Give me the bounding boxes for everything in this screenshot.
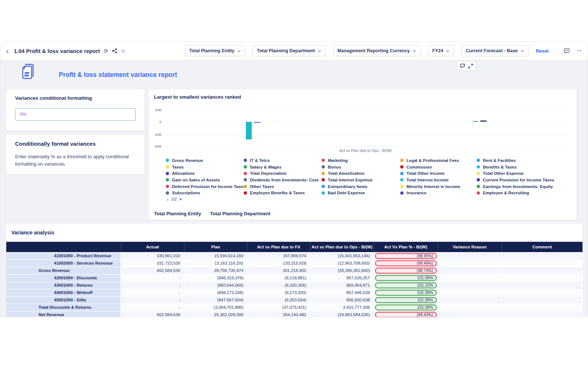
chevron-down-icon [446, 48, 449, 53]
legend-item[interactable]: Current Provision for Income Taxes [477, 177, 569, 183]
expand-icon[interactable] [468, 64, 473, 68]
variance-reason-cell[interactable] [438, 296, 502, 304]
variance-reason-cell[interactable] [438, 267, 502, 274]
legend-item[interactable]: Rent & Facilities [477, 157, 569, 164]
legend-item[interactable]: Marketing [322, 157, 400, 164]
legend-item[interactable]: Total Other Expense [477, 170, 569, 177]
table-row: Gross Revenue662,584,53628,756,730,47430… [6, 267, 582, 274]
add-comment-icon[interactable] [460, 63, 466, 68]
favorite-star-icon[interactable]: ☆ [121, 48, 126, 54]
chart-bar[interactable] [246, 122, 252, 139]
legend-label: Subscriptions [172, 191, 200, 195]
column-header [6, 242, 121, 252]
legend-item[interactable]: Total Interest Expense [322, 177, 400, 183]
legend-item[interactable]: Bonus [322, 164, 400, 170]
legend-item[interactable]: Total Other Income [400, 170, 477, 177]
legend-item[interactable]: Benefits & Taxes [477, 164, 569, 170]
legend-item[interactable]: Allocations [166, 170, 244, 177]
fx-variance-value: (9,218,881) [247, 274, 310, 282]
legend-item[interactable]: Deferred Provision for Income Taxes [166, 183, 244, 190]
back-chevron-icon[interactable]: ‹ [6, 47, 9, 54]
comment-cell[interactable] [502, 296, 582, 304]
ops-variance-value: (15,431,653,146) [310, 252, 374, 259]
comment-cell[interactable] [502, 259, 582, 267]
legend-page-up-icon[interactable]: ▲ [166, 197, 169, 201]
table-row: 43001000 - Returns-(850,644,565)(9,320,3… [6, 282, 582, 289]
comment-cell[interactable] [502, 267, 582, 274]
legend-item[interactable]: Legal & Professional Fees [400, 157, 477, 164]
legend-item[interactable]: Gross Revenue [166, 157, 244, 164]
refresh-icon[interactable]: ⟳ [104, 48, 108, 54]
filter-dropdown-total-planning-entity[interactable]: Total Planning Entity [185, 45, 245, 56]
filter-label: Current Forecast - Base [466, 48, 518, 53]
chart-bar[interactable] [473, 121, 478, 122]
column-header: Actual [121, 242, 184, 252]
legend-item[interactable]: Minority Interest in Income [400, 183, 477, 190]
legend-item[interactable]: IT & Telco [244, 157, 322, 164]
legend-item[interactable]: Taxes [166, 164, 244, 170]
legend-item[interactable]: Bad Debt Expense [322, 190, 400, 196]
legend-item[interactable]: Other Taxes [244, 183, 322, 190]
materiality-threshold-input[interactable] [15, 108, 136, 121]
share-icon[interactable] [112, 48, 117, 53]
row-label: 43001000 - Returns [6, 282, 121, 289]
legend-item[interactable]: Total Amortization [322, 170, 400, 177]
legend-item[interactable]: Total Depreciation [244, 170, 322, 177]
report-title: Profit & loss statement variance report [59, 71, 177, 79]
legend-item[interactable]: Gain on Sales of Assets [166, 177, 244, 183]
filter-dropdown-current-forecast-base[interactable]: Current Forecast - Base [461, 45, 528, 56]
y-tick-label: -20B [149, 132, 161, 137]
variance-reason-cell[interactable] [438, 282, 502, 289]
legend-page-down-icon[interactable]: ▼ [179, 197, 182, 201]
legend-dot-icon [322, 159, 325, 162]
variance-reason-cell[interactable] [438, 304, 502, 311]
pct-variance-cell: (98.49%) [374, 259, 438, 267]
chevron-down-icon [413, 48, 416, 53]
legend-item[interactable]: Salary & Wages [244, 164, 322, 170]
table-row: 44001000 - Writeoff-(848,173,338)(9,273,… [6, 289, 582, 296]
filter-dropdown-management-reporting-currency[interactable]: Management Reporting Currency [333, 45, 420, 56]
legend-label: Gross Revenue [172, 158, 203, 163]
comments-icon[interactable] [564, 48, 570, 54]
legend-item[interactable]: Insurance [400, 190, 477, 196]
comment-cell[interactable] [502, 274, 582, 282]
comment-cell[interactable] [502, 304, 582, 311]
variance-pill: (98.96%) [375, 253, 437, 259]
legend-item[interactable]: Employee Benefits & Taxes [244, 190, 322, 196]
variance-reason-cell[interactable] [438, 274, 502, 282]
legend-item[interactable]: Extraordinary Items [322, 183, 400, 190]
legend-item[interactable]: Commission [400, 164, 477, 170]
legend-item[interactable]: Earnings from Investments: Equity [477, 183, 569, 190]
filter-dropdown-total-planning-department[interactable]: Total Planning Department [252, 45, 326, 56]
y-tick-label: 20B [149, 108, 161, 112]
comment-cell[interactable] [502, 252, 582, 259]
chart-bar[interactable] [480, 120, 487, 122]
variance-reason-cell[interactable] [438, 259, 502, 267]
actual-value: 330,861,010 [121, 252, 184, 259]
legend-label: Salary & Wages [250, 165, 282, 169]
legend-item[interactable]: Subscriptions [166, 190, 244, 196]
fx-variance-value: 264,140,482 [247, 311, 310, 317]
chart-footer-link-total-planning-department[interactable]: Total Planning Department [210, 211, 270, 216]
more-options-icon[interactable]: ·· [577, 47, 582, 54]
gridline [164, 134, 568, 135]
legend-item[interactable]: Dividends from Investments: Cost [244, 177, 322, 183]
variance-reason-cell[interactable] [438, 289, 502, 296]
variance-reason-cell[interactable] [438, 311, 502, 317]
filter-label: Total Planning Department [257, 48, 315, 53]
legend-label: Employee & Recruiting [483, 191, 529, 195]
comment-cell[interactable] [502, 282, 582, 289]
chart-bar[interactable] [254, 122, 261, 123]
chart-footer-link-total-planning-entity[interactable]: Total Planning Entity [154, 211, 201, 216]
legend-item[interactable]: Total Interest Income [400, 177, 477, 183]
card-title: Variances conditional formatting [15, 95, 136, 101]
reset-button[interactable]: Reset [536, 48, 549, 54]
variance-reason-cell[interactable] [438, 252, 502, 259]
legend-item[interactable]: Employee & Recruiting [477, 190, 569, 196]
filter-dropdown-fy24[interactable]: FY24 [428, 45, 454, 56]
comment-cell[interactable] [502, 289, 582, 296]
plan-value: 15,594,614,183 [184, 252, 247, 259]
comment-cell[interactable] [502, 311, 582, 317]
legend-dot-icon [477, 172, 480, 175]
legend-dot-icon [166, 178, 169, 181]
